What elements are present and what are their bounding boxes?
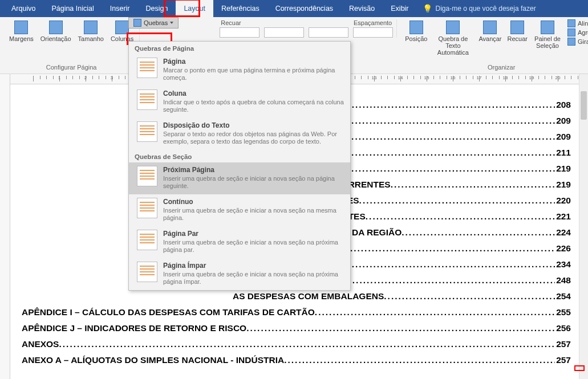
bulb-icon: 💡 (423, 4, 432, 13)
tab-correspondencias[interactable]: Correspondências (267, 0, 341, 17)
tab-revisao[interactable]: Revisão (341, 0, 383, 17)
toc-row: ANEXOS .................................… (22, 336, 571, 352)
toc-leader: ........................................… (246, 320, 555, 336)
toc-leader: ........................................… (334, 256, 555, 272)
toc-page: 256 (555, 320, 571, 336)
btn-girar[interactable]: Girar (567, 38, 588, 46)
btn-orientacao[interactable]: Orientação (38, 19, 74, 43)
group-paragraph: Recuar Espaçamento (216, 19, 397, 38)
dd-item-coluna[interactable]: ColunaIndicar que o texto após a quebra … (129, 86, 350, 118)
dd-item-proxima-pagina[interactable]: Próxima PáginaInserir uma quebra de seçã… (129, 162, 350, 194)
dd-t-impar: Página Ímpar (163, 262, 344, 270)
btn-avancar[interactable]: Avançar (476, 19, 504, 43)
tab-design[interactable]: Design (137, 0, 176, 17)
lbl-espacamento-head: Espaçamento (354, 19, 392, 26)
toc-leader: ........................................… (334, 272, 555, 288)
toc-row: APÊNDICE I – CÁLCULO DAS DESPESAS COM TA… (22, 304, 571, 320)
align-icon (567, 19, 575, 27)
btn-posicao[interactable]: Posição (403, 19, 429, 43)
toc-text: APÊNDICE I – CÁLCULO DAS DESPESAS COM TA… (22, 304, 315, 320)
toc-page: 255 (555, 304, 571, 320)
lbl-posicao: Posição (405, 35, 427, 42)
lbl-painel: Painel de Seleção (533, 35, 562, 49)
dd-d-pagina: Marcar o ponto em que uma página termina… (163, 67, 344, 81)
selection-pane-icon (541, 21, 554, 34)
dd-t-coluna: Coluna (163, 89, 344, 97)
tab-arquivo[interactable]: Arquivo (3, 0, 43, 17)
group-icon (567, 28, 575, 36)
tab-inserir[interactable]: Inserir (102, 0, 138, 17)
highlight-corner (574, 365, 585, 371)
toc-page: 219 (555, 161, 571, 177)
dd-t-proxima: Próxima Página (163, 166, 344, 174)
indent-right-input[interactable] (264, 27, 304, 38)
btn-alinhar[interactable]: Alinhar (567, 19, 588, 27)
toc-text: ANEXO A – ALÍQUOTAS DO SIMPLES NACIONAL … (22, 352, 284, 368)
btn-painel-selecao[interactable]: Painel de Seleção (531, 19, 564, 50)
dd-d-disposicao: Separar o texto ao redor dos objetos nas… (163, 131, 344, 145)
lbl-tamanho: Tamanho (78, 35, 104, 42)
toc-leader: ........................................… (284, 352, 555, 368)
toc-page: 209 (555, 129, 571, 145)
lbl-recuar-head: Recuar (221, 19, 241, 26)
toc-page: 248 (555, 272, 571, 288)
ribbon-tabs: Arquivo Página Inicial Inserir Design La… (0, 0, 588, 17)
lbl-quebra-texto: Quebra de Texto Automática (433, 35, 473, 56)
position-icon (409, 21, 423, 34)
spacing-before-input[interactable] (309, 27, 348, 38)
even-page-break-icon (137, 230, 157, 250)
lbl-orientacao: Orientação (40, 35, 71, 42)
dd-t-continuo: Contínuo (163, 198, 344, 206)
toc-row: AS DESPESAS COM EMBALAGENS .............… (233, 288, 571, 304)
btn-recuar[interactable]: Recuar (505, 19, 530, 43)
group-title-organizar: Organizar (488, 64, 515, 72)
btn-tamanho[interactable]: Tamanho (76, 19, 106, 43)
toc-page: 221 (555, 209, 571, 225)
btn-margens[interactable]: Margens (7, 19, 36, 43)
dd-item-pagina-impar[interactable]: Página ÍmparInserir uma quebra de seção … (129, 258, 350, 290)
btn-agrupar[interactable]: Agrupar (567, 28, 588, 36)
page-break-icon (137, 58, 157, 78)
continuous-break-icon (137, 198, 157, 218)
toc-leader: ........................................… (366, 209, 555, 225)
toc-text: AS DESPESAS COM EMBALAGENS (233, 288, 384, 304)
dd-item-continuo[interactable]: ContínuoInserir uma quebra de seção e in… (129, 194, 350, 226)
spacing-after-input[interactable] (353, 27, 393, 38)
tab-home[interactable]: Página Inicial (43, 0, 102, 17)
dd-t-pagina: Página (163, 58, 344, 66)
dd-item-disposicao[interactable]: Disposição do TextoSeparar o texto ao re… (129, 118, 350, 150)
toc-page: 234 (555, 256, 571, 272)
group-page-setup: Margens Orientação Tamanho Colunas Confi… (3, 19, 140, 72)
wrap-text-icon (446, 21, 460, 34)
dd-item-pagina-par[interactable]: Página ParInserir uma quebra de seção e … (129, 226, 350, 258)
dd-section-page-breaks: Quebras de Página (129, 42, 350, 54)
dd-t-par: Página Par (163, 230, 344, 238)
tell-me-box[interactable]: 💡 Diga-me o que você deseja fazer (417, 0, 536, 17)
chevron-down-icon (170, 22, 173, 24)
dd-d-continuo: Inserir uma quebra de seção e iniciar a … (163, 207, 344, 222)
dd-d-impar: Inserir uma quebra de seção e iniciar a … (163, 271, 344, 286)
scrollbar-thumb[interactable] (581, 91, 587, 120)
toc-row: APÊNDICE J – INDICADORES DE RETORNO E RI… (22, 320, 571, 336)
lbl-quebras: Quebras (144, 19, 168, 26)
toc-page: 219 (555, 177, 571, 193)
lbl-avancar: Avançar (478, 35, 501, 42)
toc-page: 226 (555, 241, 571, 256)
indent-left-input[interactable] (220, 27, 259, 38)
tab-exibir[interactable]: Exibir (383, 0, 416, 17)
toc-leader: ........................................… (391, 177, 555, 193)
dd-d-coluna: Indicar que o texto após a quebra de col… (163, 99, 344, 113)
toc-text: APÊNDICE J – INDICADORES DE RETORNO E RI… (22, 320, 246, 336)
vertical-scrollbar[interactable] (579, 74, 588, 379)
tab-layout[interactable]: Layout (176, 0, 213, 17)
toc-text: ANEXOS (22, 336, 59, 352)
column-break-icon (137, 89, 157, 110)
dd-item-pagina[interactable]: PáginaMarcar o ponto em que uma página t… (129, 54, 350, 86)
btn-quebras[interactable]: Quebras (128, 17, 179, 28)
dd-t-disposicao: Disposição do Texto (163, 121, 344, 129)
group-organize: Posição Quebra de Texto Automática Avanç… (399, 19, 588, 72)
toc-page: 211 (555, 145, 571, 161)
tab-referencias[interactable]: Referências (213, 0, 267, 17)
group-title-configurar: Configurar Página (46, 64, 97, 72)
btn-quebra-texto[interactable]: Quebra de Texto Automática (431, 19, 475, 57)
